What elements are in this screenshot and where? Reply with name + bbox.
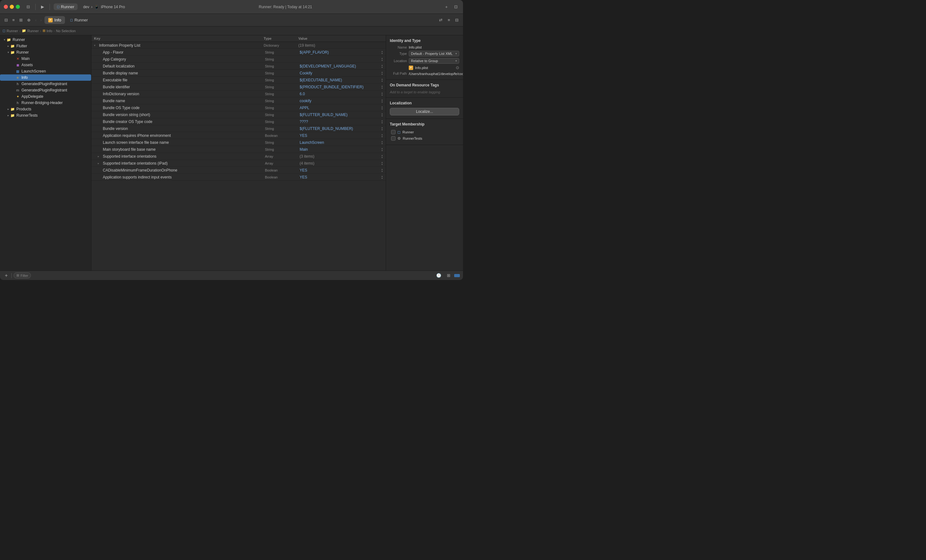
statusbar-grid-button[interactable]: ⊞	[445, 272, 452, 279]
stepper-app-cat[interactable]: ▲▼	[381, 57, 383, 62]
table-row[interactable]: ▸ Supported interface orientations (iPad…	[91, 160, 386, 167]
stepper-bundle-id[interactable]: ▲▼	[381, 85, 383, 89]
sidebar-item-products[interactable]: ▸ 📁 Products	[0, 106, 91, 112]
sidebar-item-gen-plugin-m[interactable]: m GeneratedPluginRegistrant	[0, 87, 91, 93]
stepper-exec[interactable]: ▲▼	[381, 78, 383, 82]
table-row[interactable]: ▸ Main storyboard file base name String …	[91, 146, 386, 153]
row-value-indirect: YES ▲▼	[300, 175, 383, 179]
inspector-icon-button[interactable]: ≡	[11, 17, 17, 24]
stepper-app-flavor[interactable]: ▲▼	[381, 50, 383, 54]
table-row[interactable]: ▸ Default localization String $(DEVELOPM…	[91, 63, 386, 70]
nav-back-button[interactable]: ‹	[34, 17, 38, 23]
row-value-launch-screen: LaunchScreen ▲▼	[300, 140, 383, 145]
split-left-button[interactable]: ⇄	[437, 17, 444, 24]
filter-area[interactable]: ⊞ Filter	[14, 272, 31, 278]
row-value-orient-ipad: (4 items) ▲▼	[300, 161, 383, 165]
list-view-button[interactable]: ≡	[446, 17, 452, 24]
breadcrumb-info[interactable]: Info	[47, 29, 52, 33]
sidebar-item-info[interactable]: ≡ Info	[0, 74, 91, 81]
sidebar-item-launchscreen[interactable]: ▦ LaunchScreen	[0, 68, 91, 74]
nav-forward-button[interactable]: ›	[39, 17, 43, 23]
stepper-info-dict[interactable]: ▲▼	[381, 92, 383, 96]
sidebar-item-runner-root[interactable]: ▾ 📁 Runner	[0, 36, 91, 43]
location-dropdown[interactable]: Relative to Group ▾	[409, 58, 459, 64]
main-area: ▾ 📁 Runner ▸ 📁 Flutter ▾ 📁 Runner	[0, 35, 463, 271]
sidebar-item-runner-group[interactable]: ▾ 📁 Runner	[0, 49, 91, 56]
table-row[interactable]: ▸ App Category String ▲▼	[91, 56, 386, 63]
expand-orient-ipad[interactable]: ▸	[98, 162, 101, 165]
table-row[interactable]: ▸ Bundle version String $(FLUTTER_BUILD_…	[91, 125, 386, 132]
sidebar-item-appdelegate[interactable]: ✦ AppDelegate	[0, 93, 91, 100]
filter-icon-button[interactable]: ⊕	[25, 17, 32, 24]
library-icon-button[interactable]: ⊞	[17, 17, 24, 24]
table-row[interactable]: ▸ Bundle identifier String $(PRODUCT_BUN…	[91, 83, 386, 91]
inspector-panel-button[interactable]: ⊟	[453, 17, 460, 24]
table-row[interactable]: ▸ Launch screen interface file base name…	[91, 139, 386, 146]
project-tab[interactable]: ◻ Runner	[54, 3, 77, 10]
stepper-cadisable[interactable]: ▲▼	[381, 168, 383, 173]
stepper-req-iphone[interactable]: ▲▼	[381, 133, 383, 138]
runner-checkbox[interactable]	[391, 130, 395, 134]
table-row[interactable]: ▸ Application supports indirect input ev…	[91, 174, 386, 181]
sidebar-item-runnertests[interactable]: ▸ 📁 RunnerTests	[0, 112, 91, 118]
icon-products: 📁	[10, 107, 15, 112]
layout-button[interactable]: ⊡	[452, 3, 459, 10]
sidebar-item-flutter[interactable]: ▸ 📁 Flutter	[0, 43, 91, 49]
breadcrumb-runner1[interactable]: Runner	[7, 29, 18, 33]
table-row[interactable]: ▸ App - Flavor String $(APP_FLAVOR) ▲▼	[91, 49, 386, 56]
row-key-bundle-name: Bundle name	[103, 99, 125, 103]
sidebar-item-gen-plugin-h[interactable]: h GeneratedPluginRegistrant	[0, 81, 91, 87]
minimize-button[interactable]	[10, 5, 14, 9]
arrow-runner-root: ▾	[3, 38, 6, 42]
expand-orient[interactable]: ▸	[98, 155, 101, 158]
stepper-default-loc[interactable]: ▲▼	[381, 64, 383, 68]
toolbar-right-icons: ⇄ ≡ ⊟	[437, 17, 460, 24]
tab-runner[interactable]: ◻ Runner	[66, 16, 92, 24]
table-row[interactable]: ▸ Bundle display name String Cookify ▲▼	[91, 70, 386, 77]
localize-button[interactable]: Localize...	[390, 108, 459, 115]
runnertests-checkbox[interactable]	[391, 136, 395, 141]
stepper-bundle-ver[interactable]: ▲▼	[381, 126, 383, 131]
location-dropdown-arrow: ▾	[455, 59, 457, 62]
row-type-orient-ipad: Array	[265, 162, 300, 165]
table-row[interactable]: ▸ Executable file String $(EXECUTABLE_NA…	[91, 77, 386, 83]
sidebar-item-assets[interactable]: ◼ Assets	[0, 62, 91, 68]
type-dropdown[interactable]: Default - Property List XML ▾	[409, 51, 459, 56]
table-row[interactable]: ▸ Bundle OS Type code String APPL ▲▼	[91, 104, 386, 111]
locate-file-button[interactable]: ⊙	[456, 65, 459, 70]
run-button[interactable]: ▶	[39, 3, 46, 10]
sidebar-item-main[interactable]: ✕ Main	[0, 56, 91, 62]
add-item-button[interactable]: +	[3, 272, 9, 279]
table-row[interactable]: ▸ CADisableMinimumFrameDurationOnPhone B…	[91, 167, 386, 174]
table-row[interactable]: ▸ Bundle version string (short) String $…	[91, 111, 386, 118]
sidebar-toggle-button[interactable]: ⊟	[25, 3, 32, 10]
breadcrumb-runner2[interactable]: Runner	[27, 29, 39, 33]
stepper-bundle-display[interactable]: ▲▼	[381, 71, 383, 76]
table-row[interactable]: ▾ Information Property List Dictionary (…	[91, 42, 386, 49]
stepper-bundle-os[interactable]: ▲▼	[381, 106, 383, 110]
tab-info[interactable]: P Info	[44, 16, 65, 24]
table-row[interactable]: ▸ Bundle name String cookify ▲▼	[91, 97, 386, 104]
table-row[interactable]: ▸ Supported interface orientations Array…	[91, 153, 386, 160]
stepper-orient-ipad[interactable]: ▲▼	[381, 161, 383, 165]
table-row[interactable]: ▸ InfoDictionary version String 6.0 ▲▼	[91, 91, 386, 97]
sidebar-item-bridging-header[interactable]: h Runner-Bridging-Header	[0, 100, 91, 106]
statusbar-left: + ⊞ Filter	[3, 272, 31, 279]
stepper-bundle-creator[interactable]: ▲▼	[381, 120, 383, 124]
stepper-indirect[interactable]: ▲▼	[381, 175, 383, 179]
status-area: Runner: Ready | Today at 14:21	[130, 5, 440, 9]
expand-root[interactable]: ▾	[94, 44, 98, 47]
add-tab-button[interactable]: ＋	[443, 3, 450, 11]
sidebar-icon-button[interactable]: ⊟	[3, 17, 10, 24]
stepper-main-storyboard[interactable]: ▲▼	[381, 147, 383, 152]
stepper-bundle-short[interactable]: ▲▼	[381, 113, 383, 117]
stepper-bundle-name[interactable]: ▲▼	[381, 99, 383, 103]
table-row[interactable]: ▸ Bundle creator OS Type code String ???…	[91, 118, 386, 125]
close-button[interactable]	[4, 5, 8, 9]
table-row[interactable]: ▸ Application requires iPhone environmen…	[91, 132, 386, 139]
maximize-button[interactable]	[16, 5, 20, 9]
stepper-orient[interactable]: ▲▼	[381, 154, 383, 159]
location-value: Relative to Group	[411, 59, 438, 63]
stepper-launch-screen[interactable]: ▲▼	[381, 140, 383, 145]
statusbar-clock-button[interactable]: 🕐	[434, 272, 443, 279]
